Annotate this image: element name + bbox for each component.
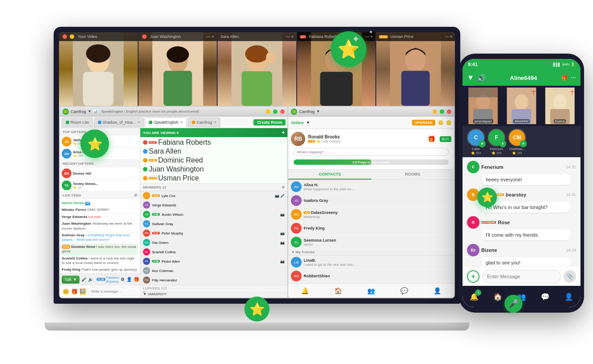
mobile-back-btn[interactable]: ▼ bbox=[467, 74, 474, 82]
tab-speakenglish[interactable]: SpeakEnglish × bbox=[145, 117, 187, 127]
tab-dot-4 bbox=[192, 121, 195, 124]
nav-profile[interactable]: 👤 bbox=[431, 285, 444, 297]
buy-btn[interactable]: BUY bbox=[440, 136, 451, 142]
svg-point-11 bbox=[245, 46, 269, 63]
mobile-gift-icon[interactable]: 🎁 bbox=[561, 75, 568, 81]
tab-close-2[interactable]: × bbox=[181, 120, 183, 124]
msg-fenerium-bubble: heeey everyone! bbox=[481, 174, 571, 185]
nav-home[interactable]: 🏠 bbox=[332, 285, 345, 297]
member-name-austin: Austin Wilson bbox=[162, 213, 183, 217]
max-btn-left[interactable] bbox=[273, 109, 278, 114]
tab-close-3[interactable]: × bbox=[214, 120, 216, 124]
nav-users[interactable]: 👥 bbox=[365, 285, 378, 297]
friend-fenerium: F + Fenerium ⭐ 543 bbox=[488, 129, 505, 155]
mic-icon[interactable]: 🎤 bbox=[81, 277, 86, 282]
mobile-video-amanda: amandapaul bbox=[464, 88, 502, 124]
msg-rose-name: Rose bbox=[498, 220, 510, 225]
image-btn[interactable]: 🖼️ bbox=[80, 289, 86, 295]
contact-alisa[interactable]: AH Alisa H. What happened in the past sh… bbox=[288, 180, 454, 194]
settings-icon[interactable]: ⚙ bbox=[121, 277, 125, 282]
msg-bearstoy-1-time: 14:31 bbox=[566, 192, 576, 197]
tab-camfrog[interactable]: Camfrog × bbox=[188, 117, 220, 127]
contact-dalas[interactable]: DG 8.2 DalasGreeeny Melanholy bbox=[288, 208, 454, 222]
vi-dot-4 bbox=[143, 167, 147, 172]
friend-cable-join[interactable]: + bbox=[479, 140, 486, 147]
tab-close-1[interactable]: × bbox=[138, 120, 140, 124]
mobile-phone: 9:41 ▌▌▌ WiFi 🔋 ▼ 🔊 Aline6494 🎁 ⋯ bbox=[459, 54, 584, 313]
live-feed-settings[interactable]: ⚙ bbox=[134, 193, 137, 197]
min-btn-1[interactable] bbox=[70, 34, 74, 39]
add-viewer-btn[interactable]: + bbox=[282, 130, 285, 136]
contact-linab[interactable]: LB LinaB. I want to go to the sea and co… bbox=[288, 255, 454, 269]
contact-name-seemona: Seemona Lursen bbox=[303, 238, 336, 243]
mobile-nav-chat[interactable]: 💬 bbox=[537, 289, 553, 305]
right-user-profile: RB Ronald Brooks 7.5 ⭐ 128 Coin(s) 🎁 BUY bbox=[288, 129, 454, 170]
mobile-mic-btn[interactable]: 🎤 bbox=[505, 295, 522, 313]
gifter-name-4: Tanley Stewa... bbox=[73, 182, 138, 186]
tab-shadow[interactable]: Shadow_of_Hea... × bbox=[94, 117, 144, 127]
video-panel-2: Juan Washington — × bbox=[139, 32, 218, 106]
whats-happening-input[interactable] bbox=[294, 148, 449, 156]
feed-name-harris: Harris Torres bbox=[62, 201, 84, 205]
coin-2: 🪙 bbox=[446, 120, 451, 125]
star-badge-top-right: ⭐ bbox=[331, 31, 366, 67]
friend-chiefmas: CM + ChiefMas... ⭐ 299 bbox=[508, 129, 526, 155]
friend-fenerium-join[interactable]: + bbox=[499, 140, 506, 147]
emoji-btn[interactable]: 😊 bbox=[63, 289, 69, 295]
mobile-message-input[interactable] bbox=[482, 270, 561, 283]
member-name-lyla: Lyla Cox bbox=[162, 194, 176, 198]
badge-harris: HI bbox=[85, 202, 90, 205]
gift-icon-right[interactable]: 🎁 bbox=[428, 135, 435, 142]
mobile-video-aline: Aline6494 bbox=[503, 88, 540, 124]
mobile-label-amanda: amandapaul bbox=[473, 119, 493, 123]
right-titlebar: 🐸 Camfrog ▼ bbox=[288, 107, 454, 117]
props-bar: 0.5 Props to next reward. bbox=[294, 159, 449, 165]
friend-cable-name: Cable bbox=[472, 147, 480, 151]
talk-btn[interactable]: Talk ▼ bbox=[62, 276, 80, 284]
mobile-attach-btn[interactable]: 📎 bbox=[564, 270, 576, 283]
contacts-tab[interactable]: CONTACTS bbox=[288, 170, 371, 180]
cam-icon-austin: 📷 bbox=[280, 213, 285, 217]
contact-robbertshien[interactable]: RS RobbertShien bbox=[288, 269, 454, 283]
video-tab-5: 5TH Usman Price — × bbox=[376, 32, 455, 41]
user-add-icon[interactable]: 👤 bbox=[126, 277, 132, 282]
nav-bell[interactable]: 🔔 bbox=[299, 285, 311, 297]
members-header: MEMBERS 12 ⚙ bbox=[140, 184, 287, 191]
mobile-more-icon[interactable]: ⋯ bbox=[571, 75, 576, 81]
svg-rect-15 bbox=[320, 72, 353, 106]
member-lyla: LC 4.23 Lyla Cox 📷 🎤 bbox=[140, 191, 287, 201]
tab-room-list[interactable]: Room List bbox=[62, 117, 93, 127]
gifter-avatar-1: JG bbox=[62, 137, 71, 146]
close-btn-1[interactable] bbox=[63, 34, 67, 39]
mobile-nav-bell[interactable]: 🔔 3 bbox=[466, 289, 482, 305]
gift-icon[interactable]: 🎁 bbox=[134, 277, 139, 282]
contact-isadora[interactable]: IG Isadora Gray bbox=[288, 194, 454, 208]
feed-text-nikolas: OMG SORRY bbox=[87, 208, 109, 212]
close-btn-left[interactable] bbox=[280, 109, 285, 114]
rooms-tab[interactable]: ROOMS bbox=[371, 170, 454, 180]
members-settings[interactable]: ⚙ bbox=[282, 185, 285, 189]
nav-chat[interactable]: 💬 bbox=[398, 285, 411, 297]
contact-seemona[interactable]: SL Seemona Lursen Hello! bbox=[288, 235, 454, 249]
close-btn-2[interactable] bbox=[142, 34, 147, 39]
gift-btn[interactable]: 🎁 bbox=[71, 289, 78, 295]
mobile-nav-home[interactable]: 🏠 bbox=[490, 289, 506, 305]
member-av-austin: AW bbox=[143, 211, 150, 218]
vi-name-5: Usman Price bbox=[158, 174, 199, 182]
volume-icon[interactable]: 🔊 bbox=[88, 277, 93, 282]
gifter-avatar-2: AH bbox=[62, 149, 71, 159]
mobile-add-btn[interactable]: + bbox=[467, 270, 479, 283]
message-input[interactable] bbox=[88, 287, 141, 296]
close-btn-right[interactable] bbox=[447, 109, 451, 114]
contact-fredy[interactable]: FK Fredy King bbox=[288, 222, 454, 235]
min-btn-left[interactable] bbox=[266, 109, 270, 114]
friend-chiefmas-join[interactable]: + bbox=[520, 140, 527, 147]
create-room-btn[interactable]: Create Room bbox=[253, 119, 286, 126]
mobile-nav-profile[interactable]: 👤 bbox=[561, 289, 577, 305]
mobile-screen: 9:41 ▌▌▌ WiFi 🔋 ▼ 🔊 Aline6494 🎁 ⋯ bbox=[463, 59, 580, 307]
mb-badge-lyla: 4.23 bbox=[152, 194, 160, 197]
user-header-row: RB Ronald Brooks 7.5 ⭐ 128 Coin(s) 🎁 BUY bbox=[291, 132, 451, 146]
upgrade-btn[interactable]: UPGRADE bbox=[412, 120, 435, 126]
min-btn-right[interactable] bbox=[433, 109, 437, 114]
max-btn-right[interactable] bbox=[440, 109, 444, 114]
